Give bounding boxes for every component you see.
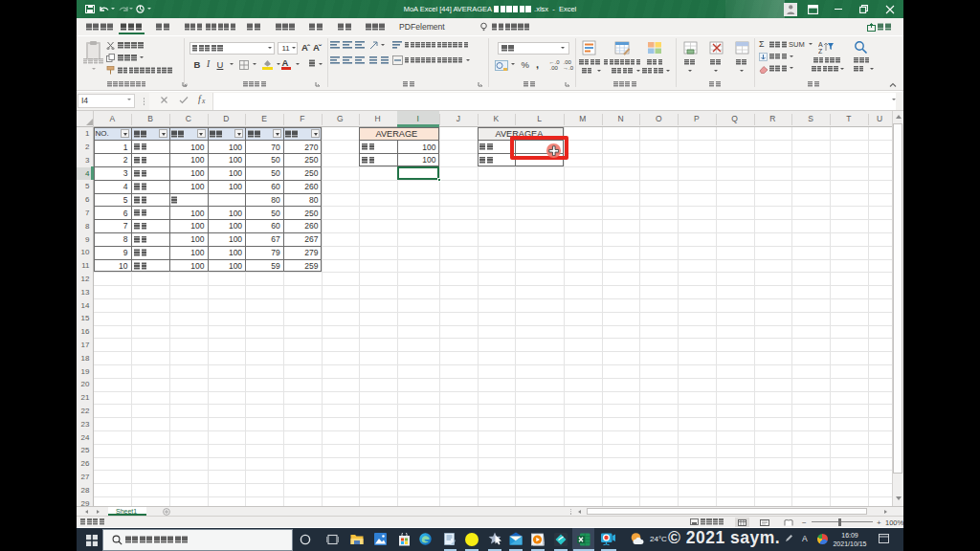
svg-text:Z: Z	[818, 48, 823, 55]
svg-text:A: A	[818, 41, 823, 48]
